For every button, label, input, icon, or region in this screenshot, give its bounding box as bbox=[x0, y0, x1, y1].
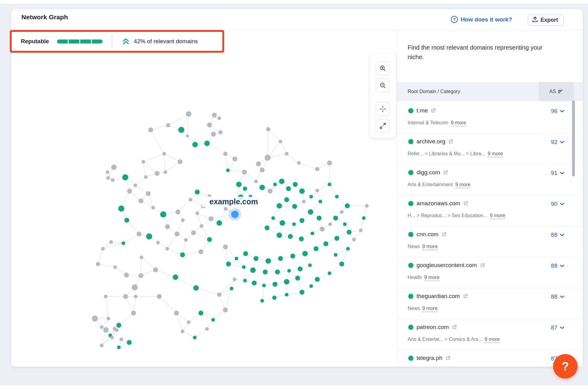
chevron-down-icon bbox=[560, 141, 564, 144]
reputable-dot-icon bbox=[408, 108, 413, 113]
reputable-dot-icon bbox=[408, 263, 413, 268]
scrollbar-thumb[interactable] bbox=[572, 100, 575, 176]
as-score-toggle[interactable]: 88 bbox=[551, 293, 564, 300]
domain-link[interactable]: archive.org bbox=[417, 138, 445, 145]
more-categories-link[interactable]: 9 more bbox=[484, 337, 500, 343]
export-button[interactable]: Export bbox=[528, 14, 564, 26]
domain-link[interactable]: googleusercontent.com bbox=[417, 262, 477, 269]
more-categories-link[interactable]: 9 more bbox=[451, 120, 466, 127]
more-categories-link[interactable]: 9 more bbox=[455, 182, 471, 188]
external-link-icon[interactable] bbox=[431, 108, 436, 113]
external-link-icon[interactable] bbox=[443, 170, 448, 175]
as-score: 88 bbox=[551, 262, 557, 269]
reputable-dot-icon bbox=[408, 325, 413, 330]
network-graph-canvas[interactable]: example.com bbox=[11, 53, 397, 367]
domains-panel: Find the most relevant domains represent… bbox=[397, 30, 583, 367]
as-score-toggle[interactable]: 88 bbox=[551, 262, 564, 269]
help-button[interactable]: ? bbox=[553, 354, 578, 379]
as-score: 88 bbox=[551, 232, 557, 238]
as-score: 90 bbox=[551, 201, 557, 207]
domain-link[interactable]: digg.com bbox=[417, 169, 440, 176]
category-breadcrumb: News9 more bbox=[408, 306, 438, 312]
as-score: 92 bbox=[551, 139, 557, 145]
domain-link[interactable]: cnn.com bbox=[417, 231, 439, 238]
upload-icon bbox=[532, 17, 538, 24]
more-categories-link[interactable]: 9 more bbox=[422, 244, 438, 250]
center-graph-button[interactable] bbox=[376, 102, 390, 116]
as-label: AS bbox=[549, 89, 556, 94]
reputable-label: Reputable bbox=[21, 38, 49, 45]
as-score-toggle[interactable]: 92 bbox=[551, 139, 564, 145]
external-link-icon[interactable] bbox=[463, 201, 468, 206]
zoom-out-button[interactable] bbox=[376, 78, 390, 92]
external-link-icon[interactable] bbox=[448, 139, 453, 144]
column-root-domain: Root Domain / Category bbox=[408, 89, 460, 94]
chevron-down-icon bbox=[560, 233, 564, 236]
meter-segment bbox=[69, 40, 79, 43]
as-score-toggle[interactable]: 91 bbox=[551, 170, 564, 176]
table-row[interactable]: archive.orgRefer... > Libraries & Mu... … bbox=[397, 134, 583, 164]
as-score-toggle[interactable]: 96 bbox=[551, 108, 564, 115]
annotation-highlight-box: Reputable 42% of relevant domains bbox=[10, 30, 224, 53]
domain-link[interactable]: telegra.ph bbox=[417, 355, 443, 361]
as-score: 91 bbox=[551, 170, 557, 176]
domain-link[interactable]: amazonaws.com bbox=[417, 200, 460, 207]
export-label: Export bbox=[541, 17, 558, 23]
relevant-domains-stat: 42% of relevant domains bbox=[134, 38, 198, 45]
reputable-dot-icon bbox=[408, 294, 413, 299]
chevron-down-icon bbox=[560, 326, 564, 329]
reputable-dot-icon bbox=[408, 232, 413, 237]
graph-controls bbox=[370, 53, 396, 138]
external-link-icon[interactable] bbox=[463, 294, 468, 299]
table-row[interactable]: digg.comArts & Entertainment9 more91 bbox=[397, 164, 583, 195]
how-it-works-link[interactable]: ? How does it work? bbox=[451, 16, 512, 23]
external-link-icon[interactable] bbox=[442, 232, 447, 237]
external-link-icon[interactable] bbox=[452, 325, 457, 330]
table-header: Root Domain / Category AS bbox=[397, 82, 583, 101]
expand-fullscreen-button[interactable] bbox=[376, 119, 390, 133]
network-graph-card: Network Graph ? How does it work? Export… bbox=[11, 9, 583, 367]
as-score-toggle[interactable]: 90 bbox=[551, 201, 564, 207]
as-score: 87 bbox=[551, 324, 557, 331]
as-score: 88 bbox=[551, 293, 557, 300]
chevron-down-icon bbox=[560, 172, 564, 175]
domain-link[interactable]: t.me bbox=[417, 107, 428, 114]
question-circle-icon: ? bbox=[451, 16, 458, 23]
more-categories-link[interactable]: 9 more bbox=[422, 306, 438, 312]
column-as-sort[interactable]: AS bbox=[539, 82, 574, 101]
reputable-dot-icon bbox=[408, 201, 413, 206]
category-breadcrumb: Internet & Telecom9 more bbox=[408, 120, 466, 127]
table-row[interactable]: patreon.comArts & Entertai... > Comics &… bbox=[397, 319, 583, 350]
bottom-strip bbox=[0, 385, 588, 389]
domain-link[interactable]: patreon.com bbox=[417, 324, 449, 330]
chevron-down-icon bbox=[560, 110, 564, 113]
table-row[interactable]: googleusercontent.comHealth9 more88 bbox=[397, 257, 583, 288]
external-link-icon[interactable] bbox=[480, 263, 485, 268]
card-header: Network Graph ? How does it work? Export bbox=[11, 9, 583, 30]
panel-intro-text: Find the most relevant domains represent… bbox=[408, 43, 552, 62]
meter-segment bbox=[80, 40, 91, 43]
as-score: 96 bbox=[551, 108, 557, 115]
top-strip bbox=[0, 0, 588, 4]
how-it-works-label: How does it work? bbox=[461, 16, 512, 23]
meter-segment bbox=[57, 40, 68, 43]
zoom-in-button[interactable] bbox=[376, 61, 390, 75]
category-breadcrumb: News9 more bbox=[408, 244, 438, 250]
chevron-down-icon bbox=[560, 264, 564, 267]
vertical-divider bbox=[112, 35, 112, 48]
table-row[interactable]: cnn.comNews9 more88 bbox=[397, 226, 583, 257]
page-title: Network Graph bbox=[21, 13, 68, 21]
as-score-toggle[interactable]: 87 bbox=[551, 324, 564, 331]
domain-link[interactable]: theguardian.com bbox=[417, 293, 460, 300]
table-row[interactable]: amazonaws.comH... > Reproduc... > Sex Ed… bbox=[397, 195, 583, 226]
external-link-icon[interactable] bbox=[446, 356, 450, 361]
table-row[interactable]: theguardian.comNews9 more88 bbox=[397, 288, 583, 319]
category-breadcrumb: Health9 more bbox=[408, 275, 439, 281]
as-score-toggle[interactable]: 88 bbox=[551, 232, 564, 238]
chevron-down-icon bbox=[560, 295, 564, 298]
double-chevron-up-icon bbox=[122, 37, 130, 45]
more-categories-link[interactable]: 9 more bbox=[490, 213, 505, 219]
more-categories-link[interactable]: 9 more bbox=[488, 151, 503, 157]
more-categories-link[interactable]: 9 more bbox=[424, 275, 439, 281]
table-row[interactable]: t.meInternet & Telecom9 more96 bbox=[397, 103, 583, 134]
